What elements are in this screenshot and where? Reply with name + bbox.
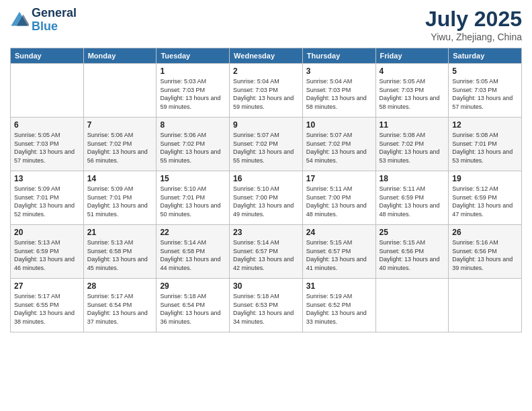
day-number: 9 <box>233 120 299 130</box>
day-number: 18 <box>380 174 445 183</box>
day-info: Sunrise: 5:03 AM Sunset: 7:03 PM Dayligh… <box>160 77 226 111</box>
calendar-cell: 5Sunrise: 5:05 AM Sunset: 7:03 PM Daylig… <box>449 64 522 118</box>
calendar-day-header: Saturday <box>449 48 522 64</box>
calendar-cell: 21Sunrise: 5:13 AM Sunset: 6:58 PM Dayli… <box>83 225 157 279</box>
calendar-cell <box>83 64 157 118</box>
day-info: Sunrise: 5:07 AM Sunset: 7:02 PM Dayligh… <box>233 131 299 165</box>
calendar-cell: 7Sunrise: 5:06 AM Sunset: 7:02 PM Daylig… <box>83 118 157 171</box>
day-info: Sunrise: 5:15 AM Sunset: 6:56 PM Dayligh… <box>380 238 445 272</box>
day-info: Sunrise: 5:05 AM Sunset: 7:03 PM Dayligh… <box>380 77 445 111</box>
calendar-cell: 15Sunrise: 5:10 AM Sunset: 7:01 PM Dayli… <box>157 171 230 225</box>
month-year: July 2025 <box>425 7 522 32</box>
day-number: 24 <box>306 228 372 237</box>
day-info: Sunrise: 5:10 AM Sunset: 7:00 PM Dayligh… <box>233 185 299 218</box>
day-number: 22 <box>160 228 226 237</box>
calendar-week-row: 27Sunrise: 5:17 AM Sunset: 6:55 PM Dayli… <box>11 279 522 332</box>
calendar-cell: 13Sunrise: 5:09 AM Sunset: 7:01 PM Dayli… <box>11 171 84 225</box>
calendar-cell: 8Sunrise: 5:06 AM Sunset: 7:02 PM Daylig… <box>157 118 230 171</box>
calendar-cell: 26Sunrise: 5:16 AM Sunset: 6:56 PM Dayli… <box>449 225 522 279</box>
calendar-cell <box>449 279 522 332</box>
calendar-header-row: SundayMondayTuesdayWednesdayThursdayFrid… <box>11 48 522 64</box>
calendar-week-row: 20Sunrise: 5:13 AM Sunset: 6:59 PM Dayli… <box>11 225 522 279</box>
day-number: 7 <box>87 120 153 130</box>
day-number: 17 <box>306 174 372 183</box>
calendar-cell: 22Sunrise: 5:14 AM Sunset: 6:58 PM Dayli… <box>157 225 230 279</box>
day-number: 28 <box>87 281 153 291</box>
day-info: Sunrise: 5:17 AM Sunset: 6:55 PM Dayligh… <box>14 292 80 326</box>
day-number: 15 <box>160 174 226 183</box>
calendar-cell: 9Sunrise: 5:07 AM Sunset: 7:02 PM Daylig… <box>230 118 303 171</box>
calendar-week-row: 6Sunrise: 5:05 AM Sunset: 7:03 PM Daylig… <box>11 118 522 171</box>
day-info: Sunrise: 5:05 AM Sunset: 7:03 PM Dayligh… <box>452 77 518 111</box>
day-info: Sunrise: 5:05 AM Sunset: 7:03 PM Dayligh… <box>14 131 80 165</box>
calendar-cell: 16Sunrise: 5:10 AM Sunset: 7:00 PM Dayli… <box>230 171 303 225</box>
day-info: Sunrise: 5:16 AM Sunset: 6:56 PM Dayligh… <box>452 238 518 272</box>
calendar-cell: 2Sunrise: 5:04 AM Sunset: 7:03 PM Daylig… <box>230 64 303 118</box>
logo-icon <box>10 11 29 30</box>
day-number: 10 <box>306 120 372 130</box>
day-info: Sunrise: 5:06 AM Sunset: 7:02 PM Dayligh… <box>160 131 226 165</box>
calendar-cell: 25Sunrise: 5:15 AM Sunset: 6:56 PM Dayli… <box>375 225 449 279</box>
day-info: Sunrise: 5:08 AM Sunset: 7:02 PM Dayligh… <box>380 131 445 165</box>
day-number: 25 <box>380 228 445 237</box>
day-number: 16 <box>233 174 299 183</box>
logo: General Blue <box>10 7 77 34</box>
day-number: 14 <box>87 174 153 183</box>
day-info: Sunrise: 5:04 AM Sunset: 7:03 PM Dayligh… <box>306 77 372 111</box>
calendar-cell: 1Sunrise: 5:03 AM Sunset: 7:03 PM Daylig… <box>157 64 230 118</box>
day-info: Sunrise: 5:17 AM Sunset: 6:54 PM Dayligh… <box>87 292 153 326</box>
calendar-day-header: Friday <box>375 48 449 64</box>
day-number: 26 <box>452 228 518 237</box>
day-info: Sunrise: 5:07 AM Sunset: 7:02 PM Dayligh… <box>306 131 372 165</box>
calendar-cell: 24Sunrise: 5:15 AM Sunset: 6:57 PM Dayli… <box>302 225 375 279</box>
day-number: 27 <box>14 281 80 291</box>
calendar-day-header: Sunday <box>11 48 84 64</box>
calendar-table: SundayMondayTuesdayWednesdayThursdayFrid… <box>10 48 522 332</box>
day-info: Sunrise: 5:09 AM Sunset: 7:01 PM Dayligh… <box>87 185 153 218</box>
calendar-day-header: Tuesday <box>157 48 230 64</box>
calendar-cell <box>11 64 84 118</box>
day-info: Sunrise: 5:19 AM Sunset: 6:52 PM Dayligh… <box>306 292 372 326</box>
day-number: 11 <box>380 120 445 130</box>
day-number: 30 <box>233 281 299 291</box>
day-info: Sunrise: 5:18 AM Sunset: 6:53 PM Dayligh… <box>233 292 299 326</box>
day-info: Sunrise: 5:13 AM Sunset: 6:59 PM Dayligh… <box>14 238 80 272</box>
day-info: Sunrise: 5:06 AM Sunset: 7:02 PM Dayligh… <box>87 131 153 165</box>
calendar-cell: 12Sunrise: 5:08 AM Sunset: 7:01 PM Dayli… <box>449 118 522 171</box>
day-info: Sunrise: 5:13 AM Sunset: 6:58 PM Dayligh… <box>87 238 153 272</box>
day-number: 8 <box>160 120 226 130</box>
calendar-day-header: Wednesday <box>230 48 303 64</box>
day-info: Sunrise: 5:08 AM Sunset: 7:01 PM Dayligh… <box>452 131 518 165</box>
logo-general: General <box>32 6 77 19</box>
calendar-cell: 11Sunrise: 5:08 AM Sunset: 7:02 PM Dayli… <box>375 118 449 171</box>
calendar-cell: 17Sunrise: 5:11 AM Sunset: 7:00 PM Dayli… <box>302 171 375 225</box>
day-info: Sunrise: 5:14 AM Sunset: 6:57 PM Dayligh… <box>233 238 299 272</box>
day-number: 1 <box>160 66 226 76</box>
calendar-cell: 23Sunrise: 5:14 AM Sunset: 6:57 PM Dayli… <box>230 225 303 279</box>
day-number: 13 <box>14 174 80 183</box>
calendar-cell: 6Sunrise: 5:05 AM Sunset: 7:03 PM Daylig… <box>11 118 84 171</box>
day-info: Sunrise: 5:10 AM Sunset: 7:01 PM Dayligh… <box>160 185 226 218</box>
calendar-week-row: 1Sunrise: 5:03 AM Sunset: 7:03 PM Daylig… <box>11 64 522 118</box>
day-info: Sunrise: 5:15 AM Sunset: 6:57 PM Dayligh… <box>306 238 372 272</box>
calendar-week-row: 13Sunrise: 5:09 AM Sunset: 7:01 PM Dayli… <box>11 171 522 225</box>
calendar-cell: 31Sunrise: 5:19 AM Sunset: 6:52 PM Dayli… <box>302 279 375 332</box>
calendar-cell: 30Sunrise: 5:18 AM Sunset: 6:53 PM Dayli… <box>230 279 303 332</box>
title-block: July 2025 Yiwu, Zhejiang, China <box>425 7 522 42</box>
calendar-cell <box>375 279 449 332</box>
page: General Blue July 2025 Yiwu, Zhejiang, C… <box>0 0 532 411</box>
location: Yiwu, Zhejiang, China <box>425 32 522 42</box>
day-number: 5 <box>452 66 518 76</box>
day-info: Sunrise: 5:14 AM Sunset: 6:58 PM Dayligh… <box>160 238 226 272</box>
logo-blue: Blue <box>32 19 58 33</box>
calendar-cell: 27Sunrise: 5:17 AM Sunset: 6:55 PM Dayli… <box>11 279 84 332</box>
day-number: 2 <box>233 66 299 76</box>
calendar-cell: 4Sunrise: 5:05 AM Sunset: 7:03 PM Daylig… <box>375 64 449 118</box>
day-info: Sunrise: 5:11 AM Sunset: 6:59 PM Dayligh… <box>380 185 445 218</box>
calendar-cell: 28Sunrise: 5:17 AM Sunset: 6:54 PM Dayli… <box>83 279 157 332</box>
calendar-cell: 18Sunrise: 5:11 AM Sunset: 6:59 PM Dayli… <box>375 171 449 225</box>
day-number: 20 <box>14 228 80 237</box>
calendar-cell: 14Sunrise: 5:09 AM Sunset: 7:01 PM Dayli… <box>83 171 157 225</box>
logo-text: General Blue <box>32 7 77 34</box>
calendar-cell: 10Sunrise: 5:07 AM Sunset: 7:02 PM Dayli… <box>302 118 375 171</box>
